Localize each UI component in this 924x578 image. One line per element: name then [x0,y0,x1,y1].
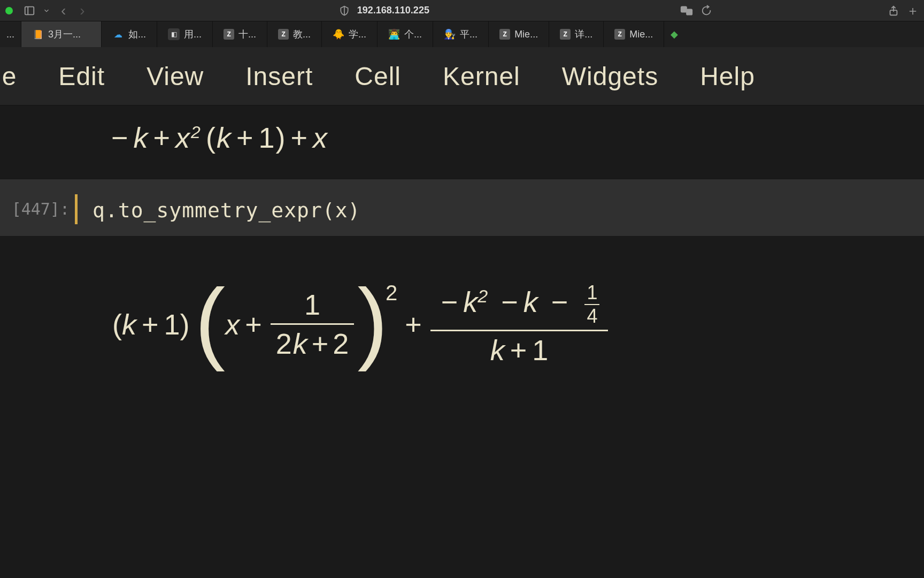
tab-item[interactable]: ◧ 用... [157,21,213,47]
tab-label: 平... [460,28,478,41]
fraction: 1 2k+2 [267,286,358,362]
tab-item[interactable]: 👨‍💻 个... [378,21,433,47]
new-tab-icon[interactable]: ＋ [907,5,919,17]
jupyter-menu-bar: le Edit View Insert Cell Kernel Widgets … [0,47,924,106]
tab-item[interactable]: Z 十... [213,21,267,47]
var-x: x [225,308,240,341]
zhihu-icon: Z [278,29,289,40]
browser-toolbar: ‹ › 192.168.110.225 A ＋ [0,0,924,21]
sidebar-toggle-icon[interactable] [24,5,35,17]
code-input[interactable]: q.to_symmetry_expr(x) [78,191,924,222]
tab-label: 个... [404,28,422,41]
plus-op: + [286,123,312,152]
tab-item[interactable]: Z Mie... [604,21,664,47]
tab-label: Mie... [629,29,653,40]
math-expression-2: ( k + 1 ) ( x + 1 2k+2 ) 2 + −k2 −k − [112,279,924,369]
num-1: 1 [258,123,274,152]
svg-rect-0 [25,6,34,14]
tab-item[interactable]: ☁ 如... [102,21,157,47]
menu-insert[interactable]: Insert [245,62,313,91]
back-button[interactable]: ‹ [58,3,69,18]
tab-label: 用... [184,28,202,41]
book-icon: 📙 [32,28,44,40]
tab-item[interactable]: Z Mie... [489,21,549,47]
tab-label: 十... [238,28,256,41]
input-cell[interactable]: [447]: q.to_symmetry_expr(x) [0,179,924,237]
forward-button[interactable]: › [76,3,88,18]
plus-op: + [232,123,258,152]
var-x: x [175,123,190,152]
lparen: ( [202,123,215,152]
app-icon: ◧ [168,28,180,40]
zhihu-icon: Z [224,29,234,40]
tab-label: 详... [575,28,592,41]
dropdown-icon[interactable] [43,5,50,17]
tab-overflow-left[interactable]: ... [0,21,21,47]
tab-item[interactable]: Z 教... [267,21,322,47]
var-k: k [134,123,148,152]
tab-label: 如... [128,28,146,41]
tab-label: 学... [349,28,366,41]
menu-cell[interactable]: Cell [355,62,401,91]
tab-active[interactable]: 📙 3月一... [21,21,102,47]
svg-rect-4 [686,9,692,15]
notebook-area: − k + x2 ( k + 1 ) + x [447]: q.to_symme… [0,106,924,369]
var-k: k [122,308,136,341]
menu-edit[interactable]: Edit [58,62,105,91]
svg-text:A: A [682,6,686,12]
plus-op: + [240,308,267,341]
big-rparen: ) [357,285,388,358]
output-cell-1: − k + x2 ( k + 1 ) + x [0,106,924,179]
person-icon: 👨‍💻 [388,28,400,40]
sup-2: 2 [191,124,201,141]
frac-den-2: k+1 [485,331,554,369]
tab-item[interactable]: 👨‍🔧 平... [433,21,489,47]
tab-label: ... [6,29,14,40]
menu-view[interactable]: View [147,62,204,91]
menu-help[interactable]: Help [700,62,755,91]
plus-op: + [136,308,164,341]
share-icon[interactable] [888,5,899,17]
tab-label: 教... [293,28,311,41]
var-k: k [217,123,231,152]
frac-num-2: −k2 −k − 1 4 [430,279,609,330]
reload-icon[interactable] [700,5,712,17]
rparen: ) [275,123,285,152]
tab-overflow-right[interactable]: ◆ [664,21,684,47]
frac-den: 2k+2 [271,325,355,362]
menu-widgets[interactable]: Widgets [562,62,658,91]
num-1: 1 [164,308,180,341]
var-x: x [313,123,327,152]
traffic-light-green[interactable] [5,7,13,14]
plus-op: + [149,123,175,152]
address-bar[interactable]: 192.168.110.225 [357,5,429,16]
menu-kernel[interactable]: Kernel [443,62,520,91]
exponent-2: 2 [386,281,397,305]
chick-icon: 🐥 [333,28,344,40]
dev-icon: 👨‍🔧 [444,28,456,40]
minus-op: − [107,123,133,152]
tab-item[interactable]: Z 详... [549,21,604,47]
big-lparen: ( [195,285,226,358]
zhihu-icon: Z [614,29,625,40]
plus-op: + [399,308,427,341]
tab-item[interactable]: 🐥 学... [322,21,378,47]
tab-strip: ... 📙 3月一... ☁ 如... ◧ 用... Z 十... Z 教...… [0,21,924,47]
cloud-icon: ☁ [112,28,124,40]
tab-label: 3月一... [48,28,81,41]
fraction-2: −k2 −k − 1 4 k+1 [427,279,612,369]
translate-icon[interactable]: A [680,5,693,16]
zhihu-icon: Z [560,29,571,40]
tab-label: Mie... [514,29,538,40]
shield-icon[interactable] [339,5,350,17]
cell-prompt: [447]: [0,191,75,218]
zhihu-icon: Z [499,29,510,40]
frac-num: 1 [299,286,326,323]
menu-file[interactable]: le [0,62,17,91]
output-cell-2: ( k + 1 ) ( x + 1 2k+2 ) 2 + −k2 −k − [0,237,924,369]
math-expression-1: − k + x2 ( k + 1 ) + x [107,123,924,152]
